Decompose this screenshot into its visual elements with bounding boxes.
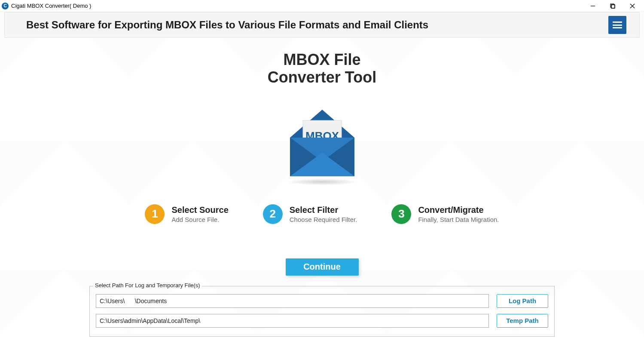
step-2-number: 2 <box>263 204 283 224</box>
step-3: 3 Convert/Migrate Finally, Start Data Mi… <box>391 204 499 224</box>
step-3-title: Convert/Migrate <box>418 205 499 215</box>
temp-path-row: Temp Path <box>96 314 548 328</box>
step-2-title: Select Filter <box>290 205 357 215</box>
maximize-button[interactable] <box>603 0 623 12</box>
hero-title: MBOX File Converter Tool <box>0 51 644 86</box>
header-headline: Best Software for Exporting MBOX Files t… <box>26 19 608 31</box>
menu-button[interactable] <box>608 16 626 34</box>
window-title: Cigati MBOX Converter( Demo ) <box>11 3 91 9</box>
log-path-button[interactable]: Log Path <box>497 294 548 308</box>
hero-title-line2: Converter Tool <box>268 68 376 86</box>
maximize-icon <box>610 3 615 9</box>
mbox-envelope-icon: MBOX <box>277 97 367 183</box>
step-1-number: 1 <box>145 204 165 224</box>
minimize-icon <box>590 3 595 9</box>
step-2-sub: Choose Required Filter. <box>290 216 357 223</box>
minimize-button[interactable] <box>583 0 603 12</box>
log-path-row: Log Path <box>96 294 548 308</box>
step-1: 1 Select Source Add Source File. <box>145 204 228 224</box>
paths-group: Select Path For Log and Temporary File(s… <box>89 286 555 337</box>
paths-legend: Select Path For Log and Temporary File(s… <box>93 282 202 289</box>
step-1-sub: Add Source File. <box>171 216 228 223</box>
main-content: MBOX File Converter Tool MBOX 1 Select S… <box>0 38 644 337</box>
temp-path-button[interactable]: Temp Path <box>497 314 548 328</box>
header-banner: Best Software for Exporting MBOX Files t… <box>4 12 640 38</box>
log-path-input[interactable] <box>96 294 489 308</box>
steps-row: 1 Select Source Add Source File. 2 Selec… <box>0 204 644 224</box>
close-icon <box>630 3 635 9</box>
app-icon: C <box>2 3 9 9</box>
hamburger-icon <box>613 22 622 28</box>
step-1-title: Select Source <box>171 205 228 215</box>
svg-rect-2 <box>611 5 615 8</box>
hero-title-line1: MBOX File <box>283 51 360 68</box>
envelope-shadow <box>286 178 359 185</box>
temp-path-input[interactable] <box>96 314 489 328</box>
step-2: 2 Select Filter Choose Required Filter. <box>263 204 357 224</box>
continue-button[interactable]: Continue <box>286 258 359 276</box>
window-titlebar: C Cigati MBOX Converter( Demo ) <box>0 0 644 12</box>
step-3-sub: Finally, Start Data Migration. <box>418 216 499 223</box>
step-3-number: 3 <box>391 204 411 224</box>
close-button[interactable] <box>623 0 642 12</box>
